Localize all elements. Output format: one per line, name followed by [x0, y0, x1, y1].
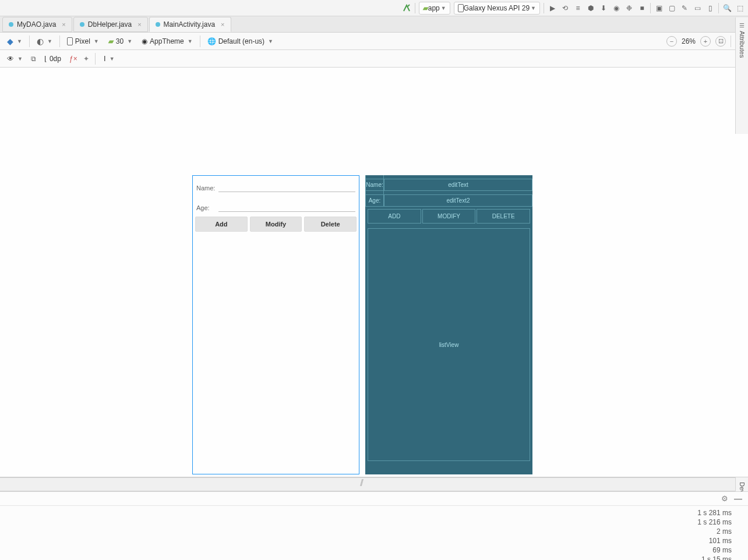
- locale-icon: 🌐: [207, 37, 216, 45]
- delete-button[interactable]: Delete: [304, 217, 357, 232]
- api-combo[interactable]: ▰ 30 ▼: [106, 36, 135, 47]
- layout-inspector-icon[interactable]: ▭: [693, 3, 702, 13]
- theme-label: AppTheme: [150, 37, 184, 45]
- bp-add-button[interactable]: ADD: [368, 209, 421, 224]
- blueprint-preview-device[interactable]: Name: editText Age: editText2 ADD MODIFY…: [365, 175, 532, 474]
- tab-label: MainActivity.java: [164, 20, 215, 29]
- separator: [415, 3, 415, 13]
- design-canvas[interactable]: Name: Age: Add Modify Delete Name: editT…: [0, 68, 748, 477]
- build-time-row: 1 s 216 ms: [697, 518, 732, 527]
- device-manager-icon[interactable]: ▯: [705, 3, 715, 13]
- build-time-row: 1 s 281 ms: [697, 508, 732, 518]
- stop-icon[interactable]: ■: [637, 3, 647, 13]
- bp-list-view[interactable]: listView: [368, 228, 530, 461]
- make-project-icon[interactable]: [402, 3, 411, 13]
- tab-mainactivity[interactable]: MainActivity.java ×: [149, 17, 231, 32]
- margin-label: 0dp: [50, 55, 61, 63]
- view-options-combo[interactable]: 👁 ▼: [5, 54, 25, 64]
- tab-mydao[interactable]: MyDAO.java ×: [2, 17, 72, 32]
- minimize-icon[interactable]: —: [734, 494, 742, 504]
- tab-dbhelper[interactable]: DbHelper.java ×: [73, 17, 148, 32]
- close-icon[interactable]: ×: [135, 21, 141, 28]
- zoom-label: 26%: [682, 37, 696, 45]
- attributes-tool-window-tab[interactable]: ☰ Attributes: [735, 17, 748, 134]
- apply-code-icon[interactable]: ≡: [573, 3, 583, 13]
- chevron-down-icon: ▼: [93, 38, 99, 44]
- device-combo[interactable]: Galaxy Nexus API 29 ▼: [454, 2, 540, 15]
- separator: [200, 36, 200, 47]
- run-icon[interactable]: ▶: [548, 3, 557, 13]
- java-file-icon: [156, 22, 160, 27]
- tab-label: MyDAO.java: [17, 20, 56, 29]
- chevron-down-icon: ▼: [440, 5, 446, 11]
- separator: [95, 53, 96, 65]
- resource-manager-icon[interactable]: ✎: [680, 3, 689, 13]
- attributes-tab-label: Attributes: [739, 31, 746, 58]
- sdk-manager-icon[interactable]: ▢: [667, 3, 676, 13]
- debug-icon[interactable]: ⬢: [586, 3, 595, 13]
- java-file-icon: [9, 22, 13, 27]
- zoom-fit-icon[interactable]: ⊡: [715, 36, 726, 47]
- chevron-down-icon: ▼: [46, 38, 52, 44]
- name-input[interactable]: [218, 184, 355, 192]
- age-label: Age:: [196, 204, 218, 211]
- separator: [544, 3, 544, 13]
- design-surface-combo[interactable]: ◆ ▼: [5, 36, 24, 47]
- bp-modify-button[interactable]: MODIFY: [422, 209, 476, 224]
- profiler-icon[interactable]: ◉: [612, 3, 621, 13]
- separator: [718, 3, 719, 13]
- coverage-icon[interactable]: ⬇: [599, 3, 608, 13]
- guidelines-icon: Ⅰ: [104, 55, 106, 63]
- avd-manager-icon[interactable]: ▣: [654, 3, 664, 13]
- infer-constraints-icon[interactable]: ✦: [83, 55, 89, 63]
- build-output-panel: ⚙ — 1 s 281 ms 1 s 216 ms 2 ms 101 ms 69…: [0, 491, 748, 560]
- theme-combo[interactable]: ◉ AppTheme ▼: [139, 36, 195, 47]
- run-config-label: app: [428, 4, 440, 12]
- design-preview-device[interactable]: Name: Age: Add Modify Delete: [192, 175, 359, 474]
- apply-changes-icon[interactable]: ⟲: [560, 3, 570, 13]
- device-preview-combo[interactable]: Pixel ▼: [65, 36, 101, 47]
- phone-icon: [458, 4, 464, 12]
- build-time-row: 2 ms: [697, 527, 732, 536]
- gear-icon[interactable]: ⚙: [721, 494, 728, 503]
- chevron-down-icon: ▼: [16, 56, 23, 62]
- guidelines-combo[interactable]: Ⅰ ▼: [101, 54, 117, 64]
- close-icon[interactable]: ×: [59, 21, 65, 28]
- attributes-icon: ☰: [739, 22, 745, 29]
- search-icon[interactable]: 🔍: [722, 3, 732, 13]
- orientation-icon: ◐: [37, 37, 44, 46]
- magnet-icon[interactable]: ⧉: [31, 55, 36, 63]
- run-config-combo[interactable]: ▰ app ▼: [419, 2, 450, 15]
- default-margin-combo[interactable]: ⌊ 0dp: [42, 54, 63, 64]
- separator: [731, 36, 731, 47]
- bp-edit-text1[interactable]: editText: [384, 179, 532, 191]
- panel-divider[interactable]: [0, 477, 748, 491]
- orientation-combo[interactable]: ◐ ▼: [34, 36, 55, 47]
- separator: [29, 36, 30, 47]
- add-button[interactable]: Add: [195, 217, 248, 232]
- locale-combo[interactable]: 🌐 Default (en-us) ▼: [205, 36, 276, 47]
- attach-debugger-icon[interactable]: ❉: [624, 3, 634, 13]
- eye-icon: 👁: [7, 55, 14, 63]
- device-label: Galaxy Nexus API 29: [464, 4, 530, 12]
- api-label: 30: [116, 37, 124, 45]
- build-time-row: 101 ms: [697, 536, 732, 545]
- zoom-out-icon[interactable]: −: [666, 36, 677, 47]
- build-time-row: 69 ms: [697, 545, 732, 555]
- modify-button[interactable]: Modify: [250, 217, 302, 232]
- chevron-down-icon: ▼: [267, 38, 273, 44]
- age-input[interactable]: [218, 204, 355, 212]
- bp-name-label: Name:: [365, 179, 384, 191]
- bp-edit-text2[interactable]: editText2: [384, 194, 532, 207]
- zoom-in-icon[interactable]: +: [700, 36, 711, 47]
- bp-age-label: Age:: [365, 194, 384, 207]
- separator: [59, 36, 60, 47]
- resize-handle-icon[interactable]: //: [360, 478, 362, 488]
- build-panel-toolbar: ⚙ —: [0, 492, 748, 506]
- build-time-row: 1 s 15 ms: [697, 555, 732, 560]
- close-icon[interactable]: ×: [218, 21, 224, 28]
- chevron-down-icon: ▼: [186, 38, 193, 44]
- settings-icon[interactable]: ⬚: [735, 3, 745, 13]
- clear-constraints-icon[interactable]: ƒ×: [69, 55, 77, 63]
- bp-delete-button[interactable]: DELETE: [477, 209, 530, 224]
